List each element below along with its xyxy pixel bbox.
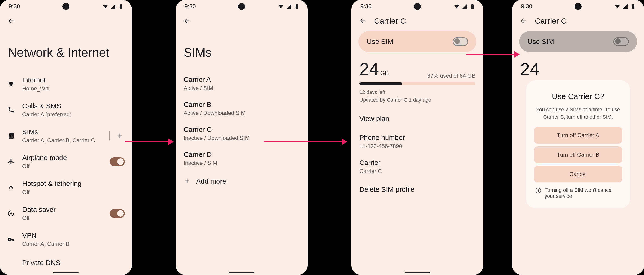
airplane-toggle[interactable] <box>110 157 125 166</box>
battery-icon <box>293 4 300 9</box>
appbar-title: Carrier C <box>374 16 406 26</box>
setting-airplane-mode[interactable]: Airplane modeOff <box>0 149 132 174</box>
cell-signal-icon <box>285 4 292 9</box>
turn-off-carrier-a-button[interactable]: Turn off Carrier A <box>534 127 622 144</box>
plus-icon <box>184 178 190 185</box>
use-sim-card: Use SIM <box>358 31 476 52</box>
usage-summary: 37% used of 64 GB <box>427 72 476 79</box>
flow-arrow-1 <box>125 141 174 142</box>
sim-carrier-b[interactable]: Carrier BActive / Downloaded SIM <box>184 96 300 121</box>
info-icon <box>535 188 541 194</box>
usage-progress <box>359 82 476 85</box>
cell-signal-icon <box>461 4 468 9</box>
sim-icon <box>7 132 15 139</box>
data-usage: 24GB 37% used of 64 GB 12 days left Upda… <box>352 57 483 108</box>
status-bar: 9:30 <box>176 0 308 13</box>
sim-carrier-d[interactable]: Carrier DInactive / SIM <box>184 146 300 171</box>
front-camera <box>414 3 421 10</box>
setting-data-saver[interactable]: Data saverOff <box>0 200 132 226</box>
status-time: 9:30 <box>184 3 196 10</box>
use-sim-toggle[interactable] <box>453 37 468 46</box>
wifi-signal-icon <box>278 4 284 9</box>
vpn-key-icon <box>7 236 15 243</box>
svg-rect-2 <box>296 4 298 9</box>
setting-vpn[interactable]: VPNCarrier A, Carrier B <box>0 226 132 252</box>
status-bar: 9:30 <box>352 0 483 13</box>
wifi-signal-icon <box>453 4 460 9</box>
wifi-icon <box>7 80 15 88</box>
svg-rect-10 <box>538 189 538 190</box>
appbar <box>176 13 308 29</box>
appbar: Carrier C <box>352 13 483 29</box>
delete-sim-profile[interactable]: Delete SIM profile <box>359 179 476 200</box>
dialog-title: Use Carrier C? <box>534 92 622 101</box>
phone-icon <box>7 106 15 113</box>
plus-icon <box>116 132 124 140</box>
turn-off-carrier-b-button[interactable]: Turn off Carrier B <box>534 146 622 163</box>
flow-arrow-2 <box>264 141 347 142</box>
status-icons <box>453 4 476 9</box>
data-saver-toggle[interactable] <box>110 209 125 218</box>
svg-rect-4 <box>471 4 474 9</box>
use-sim-label: Use SIM <box>367 38 393 46</box>
arrow-back-icon <box>8 17 15 24</box>
carrier-name[interactable]: CarrierCarrier C <box>359 154 476 179</box>
hotspot-icon <box>7 184 15 191</box>
svg-rect-3 <box>296 4 297 5</box>
setting-calls-sms[interactable]: Calls & SMSCarrier A (preferred) <box>0 97 132 123</box>
usage-unit: GB <box>380 70 389 76</box>
status-time: 9:30 <box>360 3 372 10</box>
status-icons <box>278 4 300 9</box>
dialog-body: You can use 2 SIMs at a time. To use Car… <box>534 106 622 121</box>
dialog-note: Turning off a SIM won't cancel your serv… <box>534 187 622 199</box>
dialog-scrim[interactable]: Use Carrier C? You can use 2 SIMs at a t… <box>512 0 644 275</box>
cancel-button[interactable]: Cancel <box>534 166 622 182</box>
front-camera <box>62 3 69 10</box>
svg-rect-9 <box>538 190 538 192</box>
sim-carrier-a[interactable]: Carrier AActive / SIM <box>184 71 300 96</box>
flow-arrow-3 <box>466 54 519 55</box>
setting-internet[interactable]: InternetHome_Wifi <box>0 71 132 97</box>
back-button[interactable] <box>6 16 16 26</box>
setting-sims[interactable]: SIMsCarrier A, Carrier B, Carrier C <box>0 123 132 149</box>
nav-handle[interactable] <box>229 272 254 273</box>
svg-rect-5 <box>472 4 473 5</box>
use-carrier-dialog: Use Carrier C? You can use 2 SIMs at a t… <box>526 80 630 208</box>
usage-days-left: 12 days left <box>359 88 476 96</box>
wifi-signal-icon <box>102 4 109 9</box>
front-camera <box>238 3 245 10</box>
view-plan[interactable]: View plan <box>359 108 476 129</box>
battery-icon <box>469 4 476 9</box>
arrow-back-icon <box>359 17 366 24</box>
svg-rect-0 <box>120 4 122 9</box>
page-title: Network & Internet <box>0 29 132 71</box>
status-bar: 9:30 <box>0 0 132 13</box>
add-more-sim[interactable]: Add more <box>184 171 300 192</box>
usage-amount: 24 <box>359 59 379 79</box>
airplane-icon <box>7 158 15 165</box>
status-time: 9:30 <box>9 3 20 10</box>
back-button[interactable] <box>358 16 367 26</box>
usage-updated: Updated by Carrier C 1 day ago <box>359 96 476 104</box>
status-icons <box>102 4 124 9</box>
page-title: SIMs <box>176 29 308 71</box>
phone-number[interactable]: Phone number+1-123-456-7890 <box>359 129 476 154</box>
add-sim-button[interactable] <box>115 131 125 141</box>
nav-handle[interactable] <box>405 272 430 273</box>
setting-hotspot[interactable]: Hotspot & tetheringOff <box>0 174 132 200</box>
arrow-back-icon <box>183 17 190 24</box>
nav-handle[interactable] <box>53 272 78 273</box>
svg-rect-1 <box>120 4 122 5</box>
back-button[interactable] <box>182 16 192 26</box>
setting-private-dns[interactable]: Private DNS <box>0 252 132 273</box>
appbar <box>0 13 132 29</box>
data-saver-icon <box>7 210 15 217</box>
cell-signal-icon <box>110 4 116 9</box>
battery-icon <box>118 4 124 9</box>
